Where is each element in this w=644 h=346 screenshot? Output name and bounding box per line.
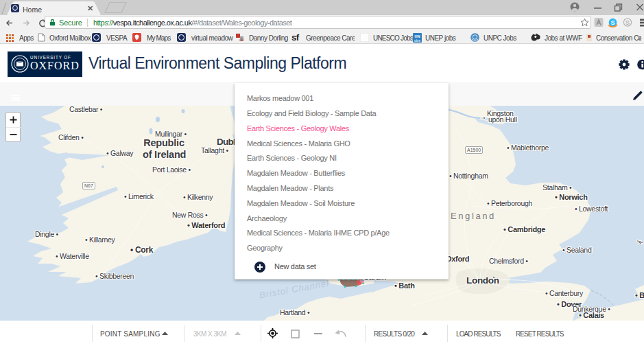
svg-text:S: S <box>625 19 630 26</box>
svg-text:S: S <box>610 19 615 26</box>
svg-text:uk: uk <box>239 38 244 42</box>
svg-text:obs: obs <box>414 38 420 43</box>
